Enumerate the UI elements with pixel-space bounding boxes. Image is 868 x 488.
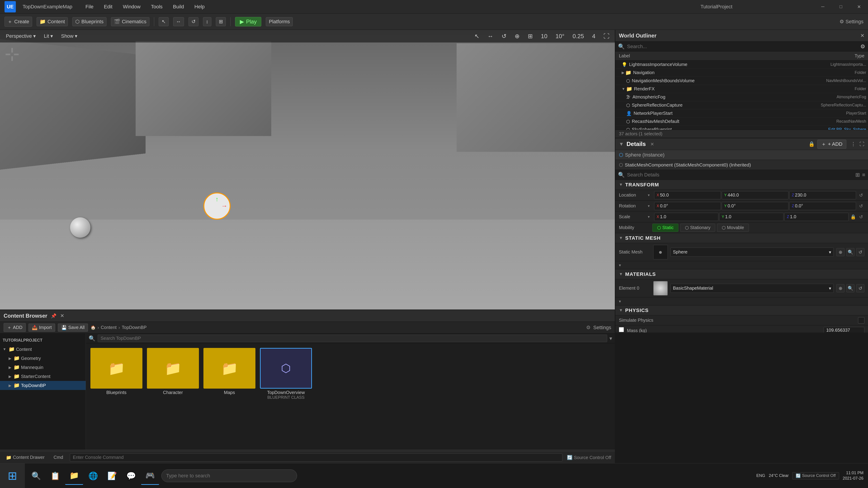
outliner-item-recast[interactable]: ⬡ RecastNavMeshDefault RecastNavMesh [615, 118, 868, 126]
add-component-button[interactable]: ＋ + ADD [817, 140, 846, 149]
console-input[interactable] [70, 453, 562, 462]
outliner-item-sky-sphere[interactable]: ⬡ SkySphereBlueprint Edit BP_Sky_Sphere [615, 126, 868, 130]
breadcrumb-topdownbp[interactable]: TopDownBP [122, 325, 147, 330]
mesh-browse-button[interactable]: ⊕ [836, 248, 844, 256]
details-component-row[interactable]: ⬡ StaticMeshComponent (StaticMeshCompone… [615, 160, 868, 170]
simulate-physics-checkbox[interactable] [858, 317, 864, 324]
physics-section-header[interactable]: ▼ PHYSICS [615, 305, 868, 315]
tree-geometry[interactable]: ▶ 📁 Geometry [0, 354, 86, 363]
mesh-find-button[interactable]: 🔍 [846, 248, 855, 256]
scale-lock-button[interactable]: 🔒 [850, 214, 856, 220]
static-mesh-expand-arrow[interactable]: ▾ [619, 263, 621, 268]
scale-value[interactable]: 0.25 [571, 32, 586, 41]
static-mesh-section-header[interactable]: ▼ STATIC MESH [615, 233, 868, 243]
details-filter-icon[interactable]: ⊞ [855, 172, 860, 178]
content-drawer-button[interactable]: 📁 Content Drawer [4, 454, 47, 461]
mobility-static-button[interactable]: ⬡ Static [652, 224, 678, 232]
mass-value[interactable]: 109.656337 [824, 327, 864, 332]
breadcrumb-home-icon[interactable]: 🏠 [91, 325, 96, 330]
cb-settings-icon[interactable]: ⚙ [586, 325, 591, 330]
outliner-item-lightmass[interactable]: 💡 LightmassImportanceVolume LightmassImp… [615, 61, 868, 69]
location-reset-button[interactable]: ↺ [858, 193, 864, 198]
taskbar-ue4[interactable]: 🎮 [141, 467, 159, 485]
rotate-tool-button[interactable]: ↺ [188, 17, 198, 26]
scale-z-field[interactable]: Z 1.0 [784, 213, 848, 221]
rotation-x-field[interactable]: X 0.0° [654, 202, 721, 210]
outliner-item-navigation[interactable]: ▶ 📁 Navigation Folder [615, 69, 868, 77]
content-search-input[interactable] [98, 335, 607, 342]
breadcrumb-content[interactable]: Content [101, 325, 117, 330]
details-lock-button[interactable]: 🔒 [809, 141, 815, 147]
content-button[interactable]: 📁 Content [37, 17, 68, 26]
location-y-field[interactable]: Y 440.0 [722, 191, 788, 199]
tree-starter-content[interactable]: ▶ 📁 StarterContent [0, 372, 86, 381]
materials-expand-arrow[interactable]: ▾ [619, 299, 621, 304]
create-button[interactable]: ＋ Create [4, 17, 32, 27]
maximize-viewport-icon[interactable]: ⛶ [602, 32, 611, 41]
lit-mode-button[interactable]: Lit ▾ [41, 32, 55, 40]
static-mesh-selector[interactable]: Sphere ▾ [671, 248, 834, 257]
taskbar-notepad[interactable]: 📝 [103, 467, 121, 485]
taskbar-discord[interactable]: 💬 [122, 467, 140, 485]
world-outliner-close[interactable]: ✕ [860, 33, 864, 39]
mass-checkbox[interactable] [619, 327, 624, 332]
combined-tool-button[interactable]: ⊞ [216, 17, 226, 26]
menu-help[interactable]: Help [193, 3, 206, 11]
scale-icon[interactable]: ⊕ [513, 32, 522, 41]
cb-settings-label[interactable]: Settings [593, 325, 612, 330]
details-chevron-icon[interactable]: ▼ [619, 141, 624, 147]
content-browser-pin-icon[interactable]: 📌 [51, 313, 57, 319]
mesh-reset-button[interactable]: ↺ [856, 248, 864, 256]
select-mode-icon[interactable]: ↖ [473, 32, 481, 41]
platforms-button[interactable]: Platforms [266, 17, 293, 26]
settings-button[interactable]: ⚙ Settings [839, 19, 864, 25]
outliner-item-fog[interactable]: 🌫 AtmosphericFog AtmosphericFog [615, 93, 868, 101]
asset-character[interactable]: 📁 Character [147, 348, 199, 400]
mobility-movable-button[interactable]: ⬡ Movable [717, 224, 749, 232]
cmd-button[interactable]: Cmd [51, 454, 65, 461]
details-options-icon[interactable]: ⋮ [851, 141, 856, 147]
snapping-icon[interactable]: ⊞ [526, 32, 535, 41]
asset-blueprints[interactable]: 📁 Blueprints [90, 348, 143, 400]
outliner-item-sphere-reflection[interactable]: ⬡ SphereReflectionCapture SphereReflecti… [615, 101, 868, 109]
content-browser-close[interactable]: ✕ [60, 313, 64, 319]
add-button[interactable]: ＋ ADD [4, 323, 26, 332]
angle-value[interactable]: 10° [554, 32, 566, 41]
rotation-reset-button[interactable]: ↺ [858, 203, 864, 209]
tree-topdown-bp[interactable]: ▶ 📁 TopDownBP [0, 381, 86, 390]
tree-content[interactable]: ▼ 📁 Content [0, 345, 86, 354]
asset-maps[interactable]: 📁 Maps [204, 348, 255, 400]
cinematics-button[interactable]: 🎬 Cinematics [111, 17, 149, 26]
translate-icon[interactable]: ↔ [486, 32, 495, 41]
cb-filter-icon[interactable]: ▾ [610, 335, 612, 341]
close-button[interactable]: ✕ [850, 0, 868, 13]
material-find-button[interactable]: 🔍 [846, 284, 855, 292]
language-indicator[interactable]: ENG [756, 473, 765, 478]
details-list-icon[interactable]: ≡ [862, 172, 865, 178]
details-expand-icon[interactable]: ⛶ [860, 141, 864, 147]
location-z-field[interactable]: Z 230.0 [789, 191, 856, 199]
save-all-button[interactable]: 💾 Save All [58, 324, 88, 332]
grid-value[interactable]: 10 [539, 32, 549, 41]
menu-tools[interactable]: Tools [149, 3, 164, 11]
source-control-btn[interactable]: 🔄 Source Control Off [567, 455, 611, 460]
maximize-button[interactable]: □ [832, 0, 850, 13]
rotate-icon[interactable]: ↺ [500, 32, 508, 41]
outliner-settings-icon[interactable]: ⚙ [860, 43, 865, 50]
material-browse-button[interactable]: ⊕ [836, 284, 844, 292]
taskbar-search[interactable]: 🔍 [27, 467, 45, 485]
tree-mannequin[interactable]: ▶ 📁 Mannequin [0, 363, 86, 372]
taskbar-file-explorer[interactable]: 📁 [65, 467, 83, 485]
translate-tool-button[interactable]: ↔ [173, 17, 184, 26]
mobility-stationary-button[interactable]: ⬡ Stationary [680, 224, 715, 232]
outliner-search-input[interactable] [627, 43, 858, 50]
project-tab[interactable]: TopDownExampleMap [23, 4, 72, 10]
transform-section-header[interactable]: ▼ TRANSFORM [615, 180, 868, 190]
asset-topdown-overview[interactable]: ⬡ TopDownOverview BLUEPRINT CLASS [260, 348, 312, 400]
camera-speed[interactable]: 4 [590, 32, 597, 41]
materials-section-header[interactable]: ▼ MATERIALS [615, 269, 868, 279]
material-reset-button[interactable]: ↺ [856, 284, 864, 292]
menu-window[interactable]: Window [121, 3, 142, 11]
blueprints-button[interactable]: ⬡ Blueprints [72, 17, 106, 26]
details-close-icon[interactable]: ✕ [650, 141, 654, 147]
